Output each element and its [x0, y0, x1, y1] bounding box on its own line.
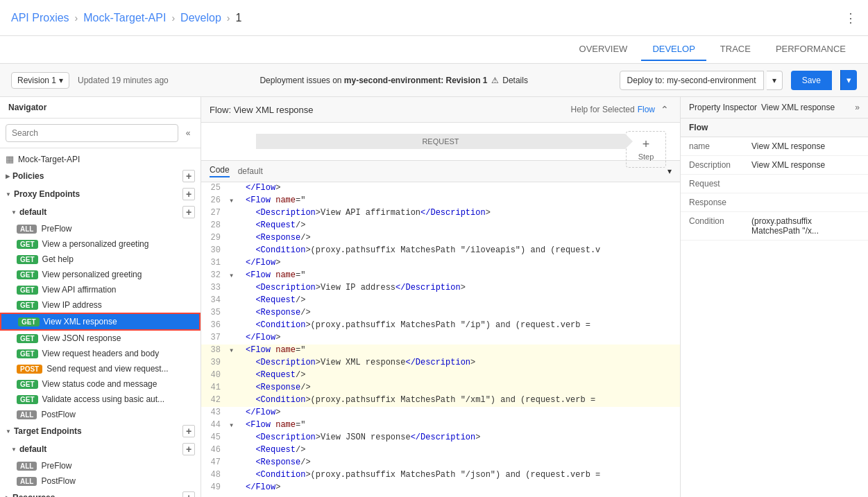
nav-section-policies[interactable]: ▶ Policies +	[0, 167, 201, 185]
more-options-icon[interactable]: ⋮	[844, 10, 857, 26]
nav-section-proxy-endpoints[interactable]: ▼ Proxy Endpoints +	[0, 185, 201, 203]
add-resources-btn[interactable]: +	[182, 491, 195, 497]
property-value[interactable]: (proxy.pathsuffix MatchesPath "/x...	[743, 212, 868, 241]
nav-flow-item[interactable]: GETView request headers and body	[0, 346, 201, 361]
deployment-warning: Deployment issues on my-second-environme…	[177, 76, 611, 85]
nav-flow-item[interactable]: GETView status code and message	[0, 376, 201, 392]
collapse-navigator-btn[interactable]: «	[181, 126, 195, 140]
code-line[interactable]: 25</Flow>	[201, 182, 680, 195]
nav-target-default[interactable]: ▼ default +	[0, 440, 201, 458]
expand-arrow	[229, 232, 240, 245]
updated-text: Updated 19 minutes ago	[78, 76, 169, 85]
nav-target-flow-item[interactable]: ALLPostFlow	[0, 473, 201, 489]
main-layout: Navigator « ▦ Mock-Target-API ▶ Policies…	[0, 97, 868, 497]
code-line[interactable]: 47 <Response/>	[201, 457, 680, 469]
code-line[interactable]: 40 <Request/>	[201, 369, 680, 382]
expand-arrow	[229, 357, 240, 369]
nav-flow-item[interactable]: GETView JSON response	[0, 331, 201, 346]
expand-arrow[interactable]: ▾	[229, 195, 240, 207]
policies-label: Policies	[12, 171, 44, 181]
code-tab-label[interactable]: Code	[210, 165, 230, 177]
code-line[interactable]: 26▾<Flow name="	[201, 195, 680, 207]
tab-develop[interactable]: DEVELOP	[641, 38, 706, 61]
code-line[interactable]: 43</Flow>	[201, 407, 680, 419]
tab-bar: OVERVIEW DEVELOP TRACE PERFORMANCE	[0, 36, 868, 64]
nav-section-target-endpoints[interactable]: ▼ Target Endpoints +	[0, 422, 201, 440]
expand-arrow[interactable]: ▾	[229, 345, 240, 357]
breadcrumb-mock-target[interactable]: Mock-Target-API	[83, 12, 166, 24]
code-line[interactable]: 33 <Description>View IP address</Descrip…	[201, 282, 680, 295]
revision-dropdown-icon: ▾	[59, 76, 63, 85]
code-line[interactable]: 49</Flow>	[201, 482, 680, 494]
property-key: Request	[681, 175, 743, 193]
code-line[interactable]: 44▾<Flow name="	[201, 419, 680, 432]
nav-target-flow-item[interactable]: ALLPreFlow	[0, 458, 201, 473]
breadcrumb-api-proxies[interactable]: API Proxies	[11, 12, 69, 24]
nav-flow-item[interactable]: GETView IP address	[0, 297, 201, 313]
code-line[interactable]: 42 <Condition>(proxy.pathsuffix MatchesP…	[201, 394, 680, 407]
nav-flow-item[interactable]: ALLPostFlow	[0, 407, 201, 422]
target-ep-label: Target Endpoints	[14, 426, 82, 436]
nav-flow-item[interactable]: GETView API affirmation	[0, 282, 201, 297]
deploy-dropdown-btn[interactable]: ▾	[767, 71, 783, 90]
nav-flow-item[interactable]: GETView personalized greeting	[0, 267, 201, 282]
property-value[interactable]	[743, 193, 868, 212]
line-number: 31	[201, 257, 229, 270]
add-target-ep-btn[interactable]: +	[182, 425, 195, 437]
nav-proxy-default[interactable]: ▼ default +	[0, 203, 201, 221]
code-line[interactable]: 28 <Request/>	[201, 220, 680, 232]
code-line[interactable]: 36 <Condition>(proxy.pathsuffix MatchesP…	[201, 320, 680, 332]
code-line[interactable]: 39 <Description>View XML response</Descr…	[201, 357, 680, 369]
code-line[interactable]: 29 <Response/>	[201, 232, 680, 245]
nav-mock-target-api[interactable]: ▦ Mock-Target-API	[0, 151, 201, 167]
code-line[interactable]: 27 <Description>View API affirmation</De…	[201, 207, 680, 220]
code-line[interactable]: 32▾<Flow name="	[201, 270, 680, 282]
save-dropdown-btn[interactable]: ▾	[840, 70, 857, 90]
revision-selector[interactable]: Revision 1 ▾	[11, 72, 69, 89]
code-line[interactable]: 38▾<Flow name="	[201, 345, 680, 357]
breadcrumb-develop[interactable]: Develop	[180, 12, 221, 24]
nav-flow-item[interactable]: GETGet help	[0, 252, 201, 267]
env-name: my-second-environment: Revision 1	[344, 76, 488, 85]
code-expand-btn[interactable]: ▾	[667, 166, 672, 176]
add-policy-btn[interactable]: +	[182, 170, 195, 182]
code-line[interactable]: 48 <Condition>(proxy.pathsuffix MatchesP…	[201, 469, 680, 482]
property-value[interactable]: View XML response	[743, 137, 868, 156]
line-number: 37	[201, 332, 229, 345]
add-proxy-default-btn[interactable]: +	[182, 206, 195, 218]
nav-flow-item[interactable]: POSTSend request and view request...	[0, 361, 201, 376]
code-line[interactable]: 41 <Response/>	[201, 382, 680, 394]
nav-flow-item[interactable]: GETValidate access using basic aut...	[0, 392, 201, 407]
expand-arrow[interactable]: ▾	[229, 419, 240, 432]
tab-overview[interactable]: OVERVIEW	[568, 38, 639, 61]
details-link[interactable]: Details	[502, 76, 528, 85]
nav-flow-item[interactable]: GETView a personalized greeting	[0, 236, 201, 252]
tab-performance[interactable]: PERFORMANCE	[765, 38, 857, 61]
search-input[interactable]	[6, 124, 178, 142]
nav-section-resources[interactable]: ▶ Resources +	[0, 489, 201, 497]
code-line[interactable]: 37</Flow>	[201, 332, 680, 345]
expand-middle-btn[interactable]: ⌃	[658, 103, 672, 116]
add-proxy-ep-btn[interactable]: +	[182, 188, 195, 200]
tab-trace[interactable]: TRACE	[709, 38, 762, 61]
add-target-default-btn[interactable]: +	[182, 443, 195, 455]
save-button[interactable]: Save	[791, 71, 832, 90]
code-line[interactable]: 35 <Response/>	[201, 307, 680, 320]
line-content: <Description>View XML response</Descript…	[240, 357, 680, 369]
deploy-select[interactable]: Deploy to: my-second-environment	[620, 71, 764, 90]
nav-flow-item[interactable]: GETView XML response	[0, 313, 201, 331]
property-value[interactable]	[743, 175, 868, 193]
code-line[interactable]: 46 <Request/>	[201, 444, 680, 457]
nav-flow-item[interactable]: ALLPreFlow	[0, 221, 201, 236]
code-line[interactable]: 31</Flow>	[201, 257, 680, 270]
expand-arrow	[229, 207, 240, 220]
code-line[interactable]: 30 <Condition>(proxy.pathsuffix MatchesP…	[201, 245, 680, 257]
code-line[interactable]: 34 <Request/>	[201, 295, 680, 307]
expand-arrow[interactable]: ▾	[229, 270, 240, 282]
nav-target-flows-container: ALLPreFlowALLPostFlow	[0, 458, 201, 489]
flow-help-link[interactable]: Flow	[638, 105, 655, 114]
line-number: 32	[201, 270, 229, 282]
code-line[interactable]: 45 <Description>View JSON response</Desc…	[201, 432, 680, 444]
expand-inspector-btn[interactable]: »	[855, 103, 860, 112]
property-value[interactable]: View XML response	[743, 156, 868, 175]
